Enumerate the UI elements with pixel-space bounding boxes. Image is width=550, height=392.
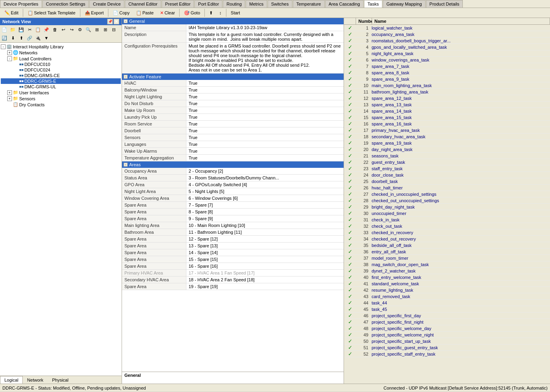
- properties-scroll[interactable]: - General Name IAH Template Library v1.3…: [122, 18, 344, 372]
- sort-button[interactable]: ⬆: [206, 9, 216, 17]
- task-checkbox[interactable]: ✓: [344, 76, 356, 82]
- undo-icon[interactable]: ↩: [59, 26, 67, 34]
- tab-switches[interactable]: Switches: [268, 0, 292, 8]
- task-row[interactable]: ✓ 40 first_entry_welcome_task: [344, 274, 550, 281]
- task-checkbox[interactable]: ✓: [344, 159, 356, 165]
- expand-load-ctrl[interactable]: -: [7, 56, 12, 61]
- task-row[interactable]: ✓ 48 project_specific_welcome_day: [344, 325, 550, 332]
- redo-icon[interactable]: ↪: [68, 26, 76, 34]
- edit-button[interactable]: ✏️ Edit: [2, 9, 21, 17]
- pin-button[interactable]: 📌: [107, 19, 113, 24]
- save-icon[interactable]: 💾: [17, 26, 25, 34]
- task-checkbox[interactable]: ✓: [344, 229, 356, 235]
- delete-icon[interactable]: 🗑: [51, 26, 59, 34]
- task-checkbox[interactable]: ✓: [344, 281, 356, 287]
- task-checkbox[interactable]: ✓: [344, 63, 356, 69]
- task-row[interactable]: ✓ 31 check_in_task: [344, 217, 550, 223]
- search-tree-icon[interactable]: 🔍: [84, 26, 92, 34]
- task-checkbox[interactable]: ✓: [344, 312, 356, 318]
- task-row[interactable]: ✓ 26 hvac_halt_timer: [344, 185, 550, 191]
- task-row[interactable]: ✓ 3 roomstatus_doorbell_bogus_trigger_ar…: [344, 38, 550, 44]
- task-row[interactable]: ✓ 1 logical_watcher_task: [344, 25, 550, 31]
- tree-node-root[interactable]: - 🏢 Interact Hospitality Library: [1, 44, 121, 50]
- tree-node-user-iface[interactable]: + 📁 User Interfaces: [1, 90, 121, 96]
- task-row[interactable]: ✓ 46 project_specific_first_day: [344, 312, 550, 319]
- task-row[interactable]: ✓ 12 spare_area_12_task: [344, 95, 550, 101]
- task-checkbox[interactable]: ✓: [344, 101, 356, 107]
- tab-gateway-mapping[interactable]: Gateway Mapping: [383, 0, 426, 8]
- expand-networks[interactable]: +: [7, 50, 12, 55]
- tree-node-load-ctrl[interactable]: - 📁 Load Controllers: [1, 56, 121, 62]
- task-checkbox[interactable]: ✓: [344, 82, 356, 88]
- goto-button[interactable]: 🎯 Goto: [181, 9, 203, 17]
- export-button[interactable]: 📤 Export: [82, 9, 107, 17]
- task-checkbox[interactable]: ✓: [344, 300, 356, 306]
- task-checkbox[interactable]: ✓: [344, 185, 356, 191]
- task-checkbox[interactable]: ✓: [344, 204, 356, 210]
- task-checkbox[interactable]: ✓: [344, 178, 356, 184]
- task-row[interactable]: ✓ 13 spare_area_13_task: [344, 101, 550, 108]
- collapse-icon[interactable]: ⊟: [110, 26, 118, 34]
- tab-device-properties[interactable]: Device Properties: [0, 0, 42, 8]
- tree-node-sensors[interactable]: + 📁 Sensors: [1, 96, 121, 101]
- task-checkbox[interactable]: ✓: [344, 140, 356, 146]
- task-row[interactable]: ✓ 16 spare_area_16_task: [344, 121, 550, 127]
- refresh-icon[interactable]: 🔄: [0, 34, 8, 42]
- expand-sensors[interactable]: +: [7, 96, 12, 101]
- properties-icon[interactable]: ⚙: [76, 26, 84, 34]
- task-row[interactable]: ✓ 32 check_out_task: [344, 223, 550, 229]
- task-checkbox[interactable]: ✓: [344, 44, 356, 50]
- task-row[interactable]: ✓ 45 task_45: [344, 306, 550, 312]
- task-row[interactable]: ✓ 47 project_specific_first_night: [344, 319, 550, 325]
- task-row[interactable]: ✓ 18 secondary_hvac_area_task: [344, 133, 550, 140]
- task-row[interactable]: ✓ 38 mag_switch_door_open_task: [344, 261, 550, 268]
- task-row[interactable]: ✓ 2 occupancy_area_task: [344, 31, 550, 38]
- activate-section-header[interactable]: - Activate Feature: [122, 74, 344, 80]
- task-row[interactable]: ✓ 17 primary_hvac_area_task: [344, 127, 550, 133]
- task-checkbox[interactable]: ✓: [344, 332, 356, 338]
- task-checkbox[interactable]: ✓: [344, 38, 356, 44]
- task-row[interactable]: ✓ 39 dynet_2_watcher_task: [344, 268, 550, 274]
- task-row[interactable]: ✓ 10 main_room_lighting_area_task: [344, 82, 550, 89]
- tab-area-cascading[interactable]: Area Cascading: [325, 0, 364, 8]
- tree-node-ddrc[interactable]: ■■ DDRC-GRMS-E: [1, 78, 121, 84]
- task-checkbox[interactable]: ✓: [344, 344, 356, 350]
- task-row[interactable]: ✓ 22 guest_entry_task: [344, 159, 550, 165]
- task-row[interactable]: ✓ 5 night_light_area_task: [344, 50, 550, 57]
- task-checkbox[interactable]: ✓: [344, 89, 356, 95]
- disconnect-icon[interactable]: 🔌: [34, 34, 42, 42]
- task-checkbox[interactable]: ✓: [344, 121, 356, 127]
- tab-temperature[interactable]: Temperature: [293, 0, 325, 8]
- task-checkbox[interactable]: ✓: [344, 287, 356, 293]
- task-row[interactable]: ✓ 41 standard_welcome_task: [344, 281, 550, 287]
- task-checkbox[interactable]: ✓: [344, 210, 356, 216]
- task-checkbox[interactable]: ✓: [344, 153, 356, 159]
- task-checkbox[interactable]: ✓: [344, 319, 356, 325]
- paste-button[interactable]: 📋 Paste: [133, 9, 156, 17]
- task-row[interactable]: ✓ 37 model_room_timer: [344, 255, 550, 261]
- task-checkbox[interactable]: ✓: [344, 25, 356, 31]
- expand-icon[interactable]: ⊞: [101, 26, 109, 34]
- task-row[interactable]: ✓ 14 spare_area_14_task: [344, 108, 550, 114]
- copy-tree-icon[interactable]: 📋: [34, 26, 42, 34]
- task-row[interactable]: ✓ 21 seasons_task: [344, 153, 550, 159]
- tab-routing[interactable]: Routing: [223, 0, 245, 8]
- tree-node-ddfcuc024[interactable]: ■■ DDFCUC024: [1, 67, 121, 73]
- tab-port-editor[interactable]: Port Editor: [194, 0, 222, 8]
- task-checkbox[interactable]: ✓: [344, 274, 356, 280]
- new-icon[interactable]: 📄: [0, 26, 8, 34]
- task-row[interactable]: ✓ 52 project_specific_staff_entry_task: [344, 351, 550, 357]
- task-checkbox[interactable]: ✓: [344, 217, 356, 223]
- task-row[interactable]: ✓ 33 checked_in_recovery: [344, 229, 550, 236]
- task-row[interactable]: ✓ 19 spare_area_19_task: [344, 140, 550, 146]
- open-icon[interactable]: 📁: [9, 26, 17, 34]
- task-row[interactable]: ✓ 8 spare_area_8_task: [344, 70, 550, 76]
- task-row[interactable]: ✓ 7 spare_area_7_task: [344, 63, 550, 70]
- upload-icon[interactable]: ⬆: [17, 34, 25, 42]
- task-row[interactable]: ✓ 36 entry_all_off_task: [344, 249, 550, 255]
- areas-section-header[interactable]: - Areas: [122, 161, 344, 168]
- task-checkbox[interactable]: ✓: [344, 133, 356, 139]
- copy-button[interactable]: 📄 Copy: [110, 9, 132, 17]
- filter-icon[interactable]: ⊞: [93, 26, 101, 34]
- task-checkbox[interactable]: ✓: [344, 338, 356, 344]
